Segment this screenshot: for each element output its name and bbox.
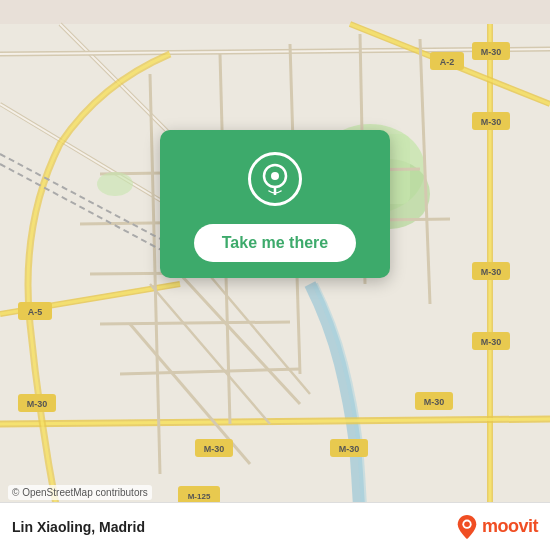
moovit-logo: moovit: [456, 514, 538, 540]
osm-attribution: © OpenStreetMap contributors: [8, 485, 152, 500]
action-card: Take me there: [160, 130, 390, 278]
svg-text:A-5: A-5: [28, 307, 43, 317]
location-name: Lin Xiaoling, Madrid: [12, 519, 145, 535]
svg-text:M-30: M-30: [481, 47, 502, 57]
map-container: M-30 M-30 M-30 M-30 M-30 M-30 M-30 A-2 A…: [0, 0, 550, 550]
svg-text:M-30: M-30: [204, 444, 225, 454]
svg-text:A-2: A-2: [440, 57, 455, 67]
svg-text:M-30: M-30: [481, 267, 502, 277]
pin-icon: [261, 163, 289, 195]
svg-point-26: [97, 172, 133, 196]
svg-text:M-30: M-30: [481, 117, 502, 127]
svg-text:M-125: M-125: [188, 492, 211, 501]
svg-point-29: [271, 172, 279, 180]
svg-text:M-30: M-30: [424, 397, 445, 407]
moovit-label: moovit: [482, 516, 538, 537]
moovit-pin-icon: [456, 514, 478, 540]
svg-text:M-30: M-30: [339, 444, 360, 454]
svg-text:M-30: M-30: [27, 399, 48, 409]
bottom-bar: Lin Xiaoling, Madrid moovit: [0, 502, 550, 550]
svg-text:M-30: M-30: [481, 337, 502, 347]
take-me-there-button[interactable]: Take me there: [194, 224, 356, 262]
svg-point-31: [464, 521, 470, 527]
location-icon-circle: [248, 152, 302, 206]
